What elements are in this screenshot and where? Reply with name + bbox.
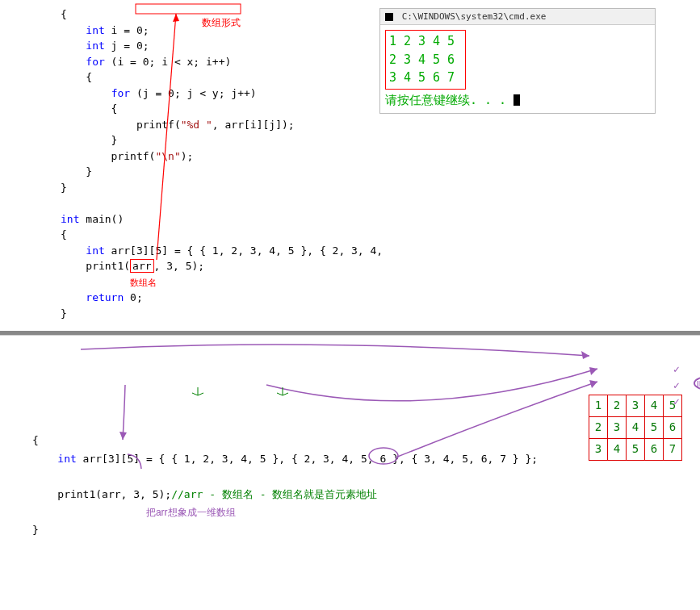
annot-think-1d: 把arr想象成一维数组 bbox=[146, 507, 236, 518]
top-panel: 数组形式 { int i = 0; int j = 0; for (i = 0;… bbox=[0, 0, 700, 332]
annot-array-form: 数组形式 bbox=[202, 16, 241, 30]
code-block-top: { int i = 0; int j = 0; for (i = 0; i < … bbox=[0, 0, 366, 328]
svg-line-13 bbox=[283, 393, 288, 395]
console-icon bbox=[385, 13, 393, 21]
annot-array-name: 数组名 bbox=[130, 278, 157, 287]
svg-line-9 bbox=[192, 393, 198, 395]
checkmark-1: ✓ bbox=[673, 361, 680, 378]
console-window: C:\WINDOWS\system32\cmd.exe 12345 23456 … bbox=[379, 8, 656, 114]
console-title-text: C:\WINDOWS\system32\cmd.exe bbox=[402, 11, 547, 22]
svg-marker-3 bbox=[581, 351, 589, 359]
checkmark-3: ✓ bbox=[673, 393, 680, 411]
console-title-bar: C:\WINDOWS\system32\cmd.exe bbox=[380, 9, 655, 25]
console-prompt: 请按任意键继续. . . bbox=[385, 93, 506, 107]
svg-line-12 bbox=[277, 393, 283, 395]
bottom-output-grid: 12345 23456 34567 int [5] ✓ ✓ ✓ bbox=[589, 359, 682, 567]
bottom-panel: { int arr[3][5] = { { 1, 2, 3, 4, 5 }, {… bbox=[0, 335, 700, 610]
checkmark-2: ✓ bbox=[673, 377, 680, 395]
svg-line-10 bbox=[198, 393, 203, 395]
annot-int5: int [5] bbox=[694, 376, 700, 391]
console-output-grid: 12345 23456 34567 bbox=[385, 30, 466, 90]
cursor-icon bbox=[513, 94, 520, 106]
console-body: 12345 23456 34567 请按任意键继续. . . bbox=[380, 25, 655, 113]
comment-arr-name: //arr - 数组名 - 数组名就是首元素地址 bbox=[171, 488, 377, 500]
